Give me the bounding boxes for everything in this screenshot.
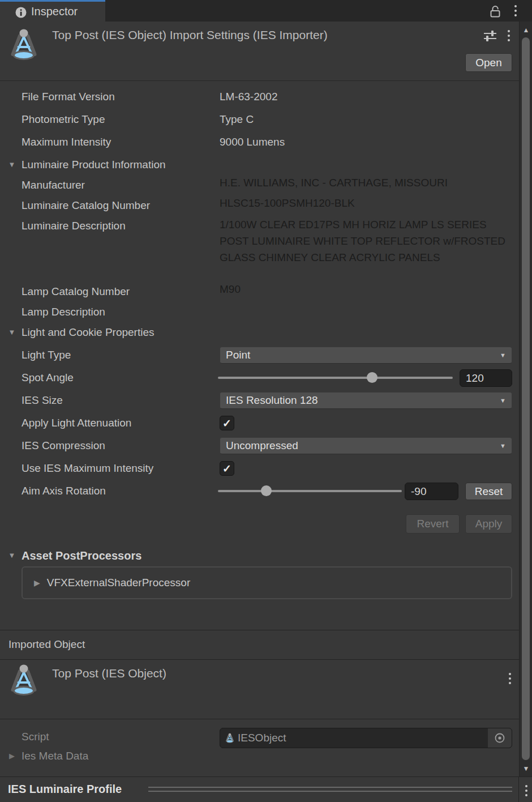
tab-bar: Inspector xyxy=(0,0,532,22)
footer-title: IES Luminaire Profile xyxy=(8,783,122,796)
ies-light-icon xyxy=(9,664,38,698)
apply-attenuation-label: Apply Light Attenuation xyxy=(22,416,131,430)
scroll-up-icon[interactable]: ▲ xyxy=(520,26,532,34)
inspector-window: Inspector Top Post (IES Object) Import S… xyxy=(0,0,532,802)
revert-button[interactable]: Revert xyxy=(406,514,460,534)
vertical-scrollbar[interactable]: ▲ ▼ xyxy=(519,22,532,777)
foldout-closed-icon[interactable]: ▶ xyxy=(34,578,40,587)
script-object-field[interactable]: IESObject xyxy=(220,728,512,748)
foldout-open-icon[interactable]: ▼ xyxy=(6,325,18,340)
scroll-down-icon[interactable]: ▼ xyxy=(520,765,532,773)
lamp-catalog-value: M90 xyxy=(220,282,241,297)
ies-size-dropdown[interactable]: IES Resolution 128 ▼ xyxy=(220,392,512,409)
chevron-down-icon: ▼ xyxy=(500,442,506,449)
object-picker-icon xyxy=(494,732,505,744)
aim-axis-label: Aim Axis Rotation xyxy=(22,484,106,498)
ies-light-icon xyxy=(9,28,38,62)
divider xyxy=(0,630,519,630)
check-icon: ✓ xyxy=(222,463,231,474)
file-format-label: File Format Version xyxy=(22,89,115,104)
imported-object-menu-icon[interactable] xyxy=(505,672,514,685)
info-icon xyxy=(15,6,27,19)
foldout-closed-icon[interactable]: ▶ xyxy=(6,749,18,763)
ies-size-label: IES Size xyxy=(22,393,63,408)
importer-menu-icon[interactable] xyxy=(504,29,513,42)
lamp-catalog-label: Lamp Catalog Number xyxy=(22,284,130,299)
object-picker-button[interactable] xyxy=(488,728,512,748)
catalog-number-value: HLSC15-100PSMH120-BLK xyxy=(220,196,355,211)
max-intensity-value: 9000 Lumens xyxy=(220,135,285,150)
divider xyxy=(518,777,519,802)
check-icon: ✓ xyxy=(222,418,231,429)
photometric-type-label: Photometric Type xyxy=(22,112,105,127)
postprocessor-box: ▶ VFXExternalShaderProcessor xyxy=(22,566,512,599)
header-divider xyxy=(0,80,519,81)
footer-menu-icon[interactable] xyxy=(522,783,531,799)
light-cookie-foldout[interactable]: Light and Cookie Properties xyxy=(22,325,154,340)
foldout-open-icon[interactable]: ▼ xyxy=(6,157,18,172)
chevron-down-icon: ▼ xyxy=(500,352,506,359)
reset-button[interactable]: Reset xyxy=(465,483,512,500)
use-max-intensity-label: Use IES Maximum Intensity xyxy=(22,461,153,476)
aim-axis-slider-track[interactable] xyxy=(218,490,402,492)
window-menu-icon[interactable] xyxy=(511,4,520,18)
luminaire-info-foldout[interactable]: Luminaire Product Information xyxy=(22,157,166,172)
aim-axis-slider-handle[interactable] xyxy=(261,485,272,496)
ies-compression-dropdown[interactable]: Uncompressed ▼ xyxy=(220,437,512,454)
spot-angle-slider-handle[interactable] xyxy=(367,372,377,383)
aim-axis-input[interactable]: -90 xyxy=(405,483,458,500)
drag-handle[interactable] xyxy=(148,791,512,792)
manufacturer-value: H.E. WILLIAMS, INC - CARTHAGE, MISSOURI xyxy=(220,176,448,190)
importer-title: Top Post (IES Object) Import Settings (I… xyxy=(52,28,328,42)
apply-attenuation-checkbox[interactable]: ✓ xyxy=(220,416,234,430)
divider xyxy=(0,719,519,719)
asset-postprocessors-foldout[interactable]: Asset PostProcessors xyxy=(22,548,141,563)
light-type-label: Light Type xyxy=(22,348,71,362)
ies-light-icon xyxy=(225,733,234,744)
drag-handle[interactable] xyxy=(148,787,512,788)
postprocessor-item[interactable]: VFXExternalShaderProcessor xyxy=(47,577,190,589)
max-intensity-label: Maximum Intensity xyxy=(22,135,111,150)
imported-object-header: Imported Object xyxy=(8,637,85,652)
ies-compression-label: IES Compression xyxy=(22,438,105,453)
luminaire-description-label: Luminaire Description xyxy=(22,219,126,233)
light-type-dropdown-value: Point xyxy=(226,349,250,361)
presets-icon[interactable] xyxy=(482,29,498,44)
lock-icon[interactable] xyxy=(488,4,503,19)
photometric-type-value: Type C xyxy=(220,112,254,127)
script-label: Script xyxy=(22,730,49,744)
ies-meta-data-foldout[interactable]: Ies Meta Data xyxy=(22,749,88,763)
spot-angle-label: Spot Angle xyxy=(22,370,74,385)
chevron-down-icon: ▼ xyxy=(500,397,506,404)
tab-inspector[interactable]: Inspector xyxy=(0,0,105,22)
catalog-number-label: Luminaire Catalog Number xyxy=(22,198,150,213)
light-type-dropdown[interactable]: Point ▼ xyxy=(220,347,512,364)
divider xyxy=(0,659,519,660)
ies-size-dropdown-value: IES Resolution 128 xyxy=(226,394,318,407)
tab-inspector-label: Inspector xyxy=(31,5,78,18)
luminaire-description-value: 1/100W CLEAR ED17PS MH HORIZ LAMP LS SER… xyxy=(220,216,514,266)
script-object-value: IESObject xyxy=(238,732,286,744)
foldout-open-icon[interactable]: ▼ xyxy=(6,548,18,563)
file-format-value: LM-63-2002 xyxy=(220,89,277,104)
spot-angle-input[interactable]: 120 xyxy=(460,369,512,387)
open-button[interactable]: Open xyxy=(465,53,512,72)
scrollbar-thumb[interactable] xyxy=(522,37,530,760)
imported-object-title: Top Post (IES Object) xyxy=(52,667,166,680)
apply-button[interactable]: Apply xyxy=(465,514,512,534)
lamp-description-label: Lamp Description xyxy=(22,305,105,319)
ies-compression-dropdown-value: Uncompressed xyxy=(226,440,298,452)
manufacturer-label: Manufacturer xyxy=(22,178,85,193)
use-max-intensity-checkbox[interactable]: ✓ xyxy=(220,461,234,476)
spot-angle-slider-track[interactable] xyxy=(218,377,453,379)
